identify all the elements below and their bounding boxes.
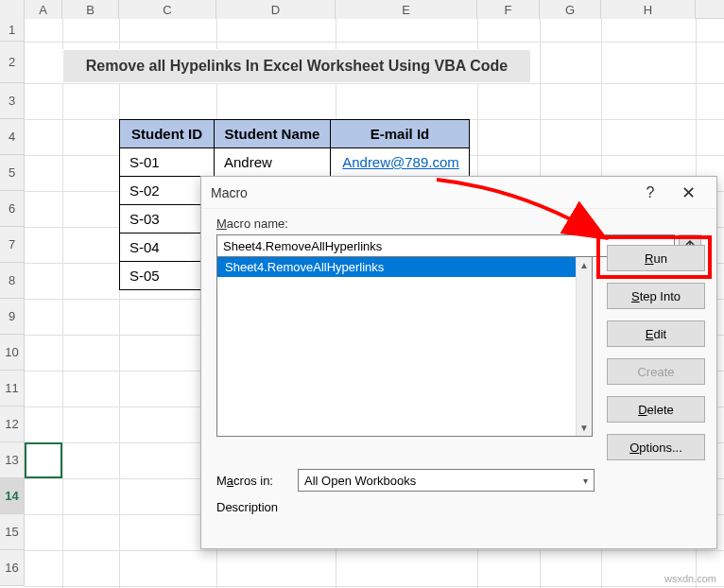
close-button[interactable]: ✕ — [669, 182, 707, 203]
col-header-G[interactable]: G — [540, 0, 601, 19]
row-header-15[interactable]: 15 — [0, 514, 25, 550]
edit-button[interactable]: Edit — [607, 320, 705, 347]
dialog-titlebar[interactable]: Macro ? ✕ — [201, 177, 716, 209]
row-header-14[interactable]: 14 — [0, 478, 25, 514]
col-header-B[interactable]: B — [62, 0, 119, 19]
macros-in-select[interactable]: All Open Workbooks ▾ — [298, 469, 595, 492]
col-header-D[interactable]: D — [216, 0, 336, 19]
row-header-9[interactable]: 9 — [0, 299, 25, 335]
scroll-up-icon[interactable]: ▲ — [577, 257, 592, 273]
cell-email[interactable]: Andrew@789.com — [331, 148, 470, 177]
email-hyperlink[interactable]: Andrew@789.com — [340, 154, 461, 170]
description-label: Description — [216, 500, 278, 514]
header-student-name: Student Name — [215, 120, 331, 148]
table-header-row: Student ID Student Name E-mail Id — [120, 120, 470, 148]
macros-in-label: Macros in: — [216, 474, 290, 488]
col-header-C[interactable]: C — [119, 0, 216, 19]
row-header-4[interactable]: 4 — [0, 119, 25, 155]
row-header-13[interactable]: 13 — [0, 442, 25, 478]
listbox-scrollbar[interactable]: ▲ ▼ — [576, 257, 592, 436]
page-title: Remove all Hypelinks In Excel Worksheet … — [62, 49, 531, 83]
chevron-down-icon: ▾ — [583, 476, 588, 486]
cell-student-name[interactable]: Andrew — [215, 148, 331, 177]
scroll-down-icon[interactable]: ▼ — [577, 420, 592, 436]
dialog-title-text: Macro — [211, 185, 631, 200]
row-header-10[interactable]: 10 — [0, 335, 25, 371]
column-headers: A B C D E F G H — [0, 0, 724, 19]
col-header-A[interactable]: A — [25, 0, 62, 19]
macro-dialog: Macro ? ✕ Macro name: Sheet4.RemoveAllHy… — [200, 176, 717, 549]
macros-in-value: All Open Workbooks — [304, 474, 416, 488]
row-header-3[interactable]: 3 — [0, 83, 25, 119]
col-header-H[interactable]: H — [601, 0, 696, 19]
row-headers: 1 2 3 4 5 6 7 8 9 10 11 12 13 14 15 16 — [0, 19, 25, 586]
header-student-id: Student ID — [120, 120, 215, 148]
row-header-8[interactable]: 8 — [0, 263, 25, 299]
run-button[interactable]: Run — [607, 245, 705, 271]
select-all-corner[interactable] — [0, 0, 25, 19]
row-header-6[interactable]: 6 — [0, 191, 25, 227]
watermark: wsxdn.com — [664, 573, 716, 584]
table-row: S-01 Andrew Andrew@789.com — [120, 148, 470, 177]
cell-student-id[interactable]: S-01 — [120, 148, 215, 177]
delete-button[interactable]: Delete — [607, 396, 705, 423]
step-into-button[interactable]: Step Into — [607, 283, 705, 309]
row-header-11[interactable]: 11 — [0, 371, 25, 406]
create-button: Create — [607, 358, 705, 385]
macro-name-label: Macro name: — [216, 216, 701, 231]
col-header-E[interactable]: E — [336, 0, 477, 19]
row-header-5[interactable]: 5 — [0, 155, 25, 191]
row-header-7[interactable]: 7 — [0, 227, 25, 263]
col-header-F[interactable]: F — [477, 0, 540, 19]
row-header-16[interactable]: 16 — [0, 550, 25, 586]
options-button[interactable]: Options... — [607, 434, 705, 460]
header-email: E-mail Id — [331, 120, 470, 148]
help-button[interactable]: ? — [631, 184, 669, 201]
row-header-2[interactable]: 2 — [0, 42, 25, 83]
macro-list-item[interactable]: Sheet4.RemoveAllHyperlinks — [217, 257, 592, 277]
row-header-1[interactable]: 1 — [0, 19, 25, 42]
macro-listbox[interactable]: Sheet4.RemoveAllHyperlinks ▲ ▼ — [216, 257, 593, 437]
row-header-12[interactable]: 12 — [0, 406, 25, 442]
